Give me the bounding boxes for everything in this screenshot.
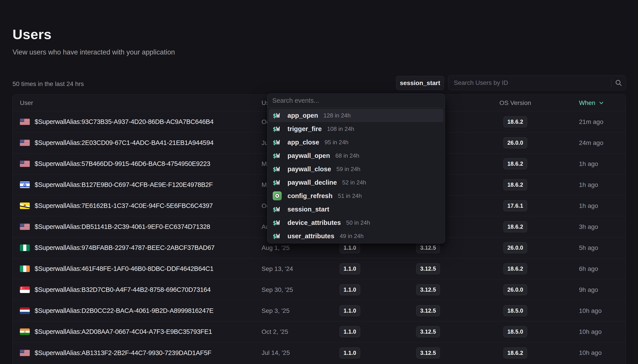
user-cell: $SuperwallAlias:974BFABB-2297-4787-BEEC-… bbox=[20, 244, 249, 252]
event-name: device_attributes bbox=[287, 219, 341, 226]
event-option-config_refresh[interactable]: config_refresh51 in 24h bbox=[269, 189, 444, 202]
sdk-version-cell: 3.12.5 bbox=[416, 242, 440, 253]
when-value: 24m ago bbox=[579, 139, 603, 146]
app-version-cell: 1.1.0 bbox=[340, 284, 360, 295]
user-cell: $SuperwallAlias:7E6162B1-1C37-4C0E-94FC-… bbox=[20, 202, 249, 210]
country-flag-us-icon bbox=[20, 350, 30, 356]
event-name: app_close bbox=[287, 139, 319, 146]
user-id: $SuperwallAlias:AB1313F2-2B2F-44C7-9930-… bbox=[35, 349, 211, 357]
events-list: $Wapp_open128 in 24h$Wtrigger_fire108 in… bbox=[267, 108, 445, 243]
when-cell: 10h ago bbox=[553, 328, 618, 336]
event-option-app_close[interactable]: $Wapp_close95 in 24h bbox=[269, 136, 444, 149]
app-version-cell: 1.1.0 bbox=[340, 326, 360, 337]
country-flag-bn-icon bbox=[20, 202, 30, 209]
country-flag-il-icon bbox=[20, 182, 30, 188]
event-name: user_attributes bbox=[287, 232, 335, 240]
event-option-paywall_open[interactable]: $Wpaywall_open68 in 24h bbox=[269, 149, 444, 162]
os-version-badge: 18.6.2 bbox=[503, 179, 527, 190]
user-id: $SuperwallAlias:974BFABB-2297-4787-BEEC-… bbox=[35, 244, 215, 252]
country-flag-nl-icon bbox=[20, 308, 30, 314]
country-flag-us-icon bbox=[20, 140, 30, 146]
when-cell: 1h ago bbox=[553, 160, 618, 168]
search-users-input[interactable] bbox=[448, 76, 611, 90]
event-option-app_open[interactable]: $Wapp_open128 in 24h bbox=[269, 109, 444, 122]
sdk-version-badge: 3.12.5 bbox=[416, 326, 440, 337]
when-value: 5h ago bbox=[579, 244, 598, 252]
superwall-sw-icon: $W bbox=[273, 152, 282, 159]
os-version-cell: 18.6.2 bbox=[503, 158, 527, 169]
os-version-badge: 18.5.0 bbox=[503, 305, 527, 316]
table-row[interactable]: $SuperwallAlias:B32D7CB0-A4F7-44B2-8758-… bbox=[13, 279, 625, 300]
os-version-cell: 26.0.0 bbox=[503, 137, 527, 148]
search-icon bbox=[614, 79, 622, 87]
superwall-sw-icon: $W bbox=[273, 219, 282, 226]
os-version-cell: 18.5.0 bbox=[503, 326, 527, 337]
user-cell: $SuperwallAlias:D2B0CC22-BACA-4061-9B2D-… bbox=[20, 307, 249, 314]
os-version-badge: 17.6.1 bbox=[503, 200, 527, 211]
event-option-session_start[interactable]: $Wsession_start bbox=[269, 202, 444, 216]
event-count: 95 in 24h bbox=[325, 139, 349, 146]
os-version-cell: 17.6.1 bbox=[503, 200, 527, 211]
user-cell: $SuperwallAlias:B127E9B0-C697-4CFB-AE9E-… bbox=[20, 181, 249, 188]
event-option-user_attributes[interactable]: $Wuser_attributes49 in 24h bbox=[269, 229, 444, 243]
table-row[interactable]: $SuperwallAlias:D2B0CC22-BACA-4061-9B2D-… bbox=[13, 300, 625, 321]
event-count: 128 in 24h bbox=[324, 112, 351, 119]
app-version-cell: 1.1.0 bbox=[340, 242, 360, 253]
user-id: $SuperwallAlias:57B466DD-9915-46D6-BAC8-… bbox=[35, 160, 210, 168]
when-cell: 5h ago bbox=[553, 244, 618, 252]
chevron-down-icon bbox=[598, 100, 605, 106]
sdk-version-cell: 3.12.5 bbox=[416, 305, 440, 316]
event-name: session_start bbox=[287, 206, 329, 213]
event-option-trigger_fire[interactable]: $Wtrigger_fire108 in 24h bbox=[269, 122, 444, 136]
user-cell: $SuperwallAlias:57B466DD-9915-46D6-BAC8-… bbox=[20, 160, 249, 168]
superwall-sw-icon: $W bbox=[273, 179, 282, 186]
search-events-input[interactable] bbox=[267, 94, 445, 108]
superwall-sw-icon: $W bbox=[273, 206, 282, 213]
user-cell: $SuperwallAlias:2E03CD09-67C1-4ADC-BA41-… bbox=[20, 139, 249, 146]
country-flag-ng-icon bbox=[20, 244, 30, 251]
os-version-badge: 18.6.2 bbox=[503, 158, 527, 169]
when-value: 9h ago bbox=[579, 286, 598, 294]
table-row[interactable]: $SuperwallAlias:AB1313F2-2B2F-44C7-9930-… bbox=[13, 342, 625, 363]
when-cell: 1h ago bbox=[553, 181, 618, 188]
event-option-paywall_decline[interactable]: $Wpaywall_decline52 in 24h bbox=[269, 176, 444, 189]
user-since-cell: Oct 2, '25 bbox=[249, 328, 321, 336]
app-version-cell: 1.1.0 bbox=[340, 263, 360, 274]
when-value: 10h ago bbox=[579, 307, 601, 314]
user-id: $SuperwallAlias:B32D7CB0-A4F7-44B2-8758-… bbox=[35, 286, 211, 294]
table-row[interactable]: $SuperwallAlias:A2D08AA7-0667-4C04-A7F3-… bbox=[13, 321, 625, 342]
user-cell: $SuperwallAlias:B32D7CB0-A4F7-44B2-8758-… bbox=[20, 286, 249, 294]
superwall-sw-icon: $W bbox=[273, 112, 282, 119]
event-name: paywall_open bbox=[287, 152, 330, 160]
when-cell: 10h ago bbox=[553, 307, 618, 314]
user-id: $SuperwallAlias:93C73B35-A937-4D20-86DB-… bbox=[35, 118, 213, 126]
events-search-box bbox=[267, 94, 445, 108]
when-value: 6h ago bbox=[579, 265, 598, 272]
user-id: $SuperwallAlias:461F48FE-1AF0-46B0-8DBC-… bbox=[35, 265, 213, 272]
column-header-os-version: OS Version bbox=[499, 99, 531, 106]
event-filter-button[interactable]: session_start bbox=[396, 76, 444, 90]
app-version-badge: 1.1.0 bbox=[340, 326, 360, 337]
event-count-summary: 50 times in the last 24 hrs bbox=[13, 80, 84, 88]
when-value: 10h ago bbox=[579, 328, 601, 336]
os-version-badge: 18.6.2 bbox=[503, 348, 527, 358]
user-id: $SuperwallAlias:A2D08AA7-0667-4C04-A7F3-… bbox=[35, 328, 212, 336]
os-version-badge: 18.6.2 bbox=[503, 116, 527, 127]
event-name: config_refresh bbox=[287, 192, 333, 200]
sdk-version-badge: 3.12.5 bbox=[416, 305, 440, 316]
event-count: 50 in 24h bbox=[346, 219, 370, 226]
user-cell: $SuperwallAlias:DB51141B-2C39-4061-9EF0-… bbox=[20, 223, 249, 230]
event-option-device_attributes[interactable]: $Wdevice_attributes50 in 24h bbox=[269, 216, 444, 229]
user-search-box bbox=[448, 76, 626, 90]
column-header-when-sort[interactable]: When bbox=[553, 99, 618, 106]
os-version-cell: 26.0.0 bbox=[503, 242, 527, 253]
user-id: $SuperwallAlias:DB51141B-2C39-4061-9EF0-… bbox=[35, 223, 210, 230]
search-button[interactable] bbox=[611, 79, 626, 87]
event-count: 51 in 24h bbox=[338, 192, 362, 200]
event-name: paywall_decline bbox=[287, 179, 337, 186]
user-cell: $SuperwallAlias:AB1313F2-2B2F-44C7-9930-… bbox=[20, 349, 249, 357]
app-version-badge: 1.1.0 bbox=[340, 242, 360, 253]
table-row[interactable]: $SuperwallAlias:461F48FE-1AF0-46B0-8DBC-… bbox=[13, 258, 625, 279]
os-version-badge: 26.0.0 bbox=[503, 284, 527, 295]
event-option-paywall_close[interactable]: $Wpaywall_close59 in 24h bbox=[269, 162, 444, 176]
